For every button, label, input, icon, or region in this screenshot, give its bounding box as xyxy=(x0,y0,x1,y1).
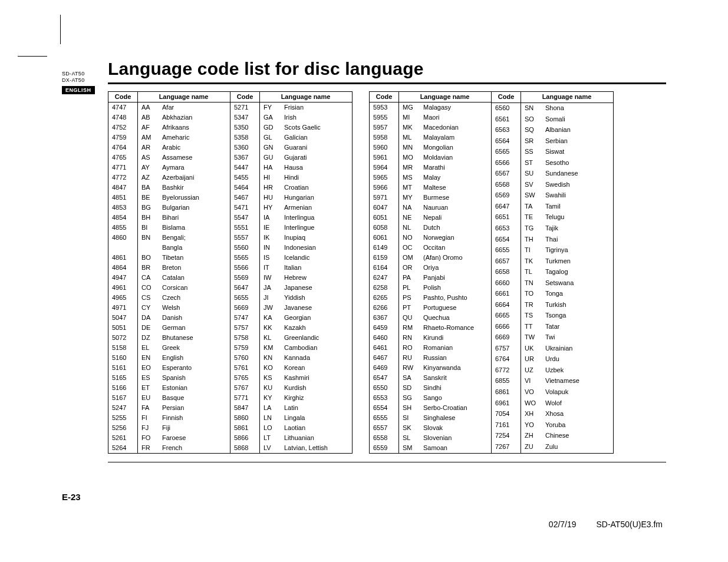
table-row: 5961MOMoldavian xyxy=(370,153,492,163)
cell-iso: DA xyxy=(138,313,159,323)
table-row: 5350GDScots Gaelic xyxy=(230,123,353,133)
cell-code: 6661 xyxy=(492,289,521,300)
cell-name: Urdu xyxy=(542,354,614,365)
cell-iso: GD xyxy=(260,123,281,133)
cell-code: 6568 xyxy=(492,180,521,191)
cell-code: 5051 xyxy=(108,323,138,333)
table-row: 5455HIHindi xyxy=(230,173,353,183)
cell-code: 6550 xyxy=(370,383,399,393)
cell-name: Telugu xyxy=(542,212,614,223)
cell-iso: DE xyxy=(138,323,159,333)
cell-code: 4860 xyxy=(108,233,138,243)
cell-name: Rhaeto-Romance xyxy=(420,323,491,333)
table-row: 6367QUQuechua xyxy=(370,313,492,323)
table-row: 4961COCorsican xyxy=(108,283,230,293)
table-row: 4771AYAymara xyxy=(108,163,230,173)
cell-iso: BN xyxy=(138,233,159,243)
cell-code: 6560 xyxy=(492,103,521,114)
cell-iso: KK xyxy=(260,323,281,333)
table-row: 5347GAIrish xyxy=(230,113,353,123)
cell-code: 5747 xyxy=(230,313,260,323)
cell-name: Yoruba xyxy=(542,420,614,431)
cell-iso: FJ xyxy=(138,423,159,433)
cell-name: Faroese xyxy=(159,433,230,443)
cell-name: Tamil xyxy=(542,201,614,213)
table-row: 5860LNLingala xyxy=(230,413,353,423)
cell-code: 5966 xyxy=(370,183,399,193)
cell-name: Turkmen xyxy=(542,256,614,267)
cell-code: 6558 xyxy=(370,433,399,443)
table-row: 5261FOFaroese xyxy=(108,433,230,443)
cell-iso: TR xyxy=(521,300,542,311)
lang-table: CodeLanguage name5953MGMalagasy5955MIMao… xyxy=(369,91,491,454)
table-row: 6164OROriya xyxy=(370,263,492,273)
cell-iso: YO xyxy=(521,420,542,431)
table-row: 5957MKMacedonian xyxy=(370,123,492,133)
table-row: 6647TATamil xyxy=(492,201,614,213)
cell-code: 5271 xyxy=(230,102,260,113)
table-row: 5757KKKazakh xyxy=(230,323,353,333)
cell-name: Slovak xyxy=(420,423,491,433)
cell-name: Vietnamese xyxy=(542,376,614,387)
cell-iso: SN xyxy=(521,103,542,114)
cell-code: 7267 xyxy=(492,442,521,453)
cell-iso: PS xyxy=(399,293,420,303)
cell-code: 5761 xyxy=(230,363,260,373)
table-row: 6855VIVietnamese xyxy=(492,376,614,387)
cell-code: 5264 xyxy=(108,443,138,454)
cell-code: 5767 xyxy=(230,383,260,393)
cell-iso: SV xyxy=(521,180,542,191)
cell-code: 6164 xyxy=(370,263,399,273)
table-row: 5551IEInterlingue xyxy=(230,223,353,233)
cell-name: Setswana xyxy=(542,278,614,289)
table-row: 6469RWKinyarwanda xyxy=(370,363,492,373)
page-number: E-23 xyxy=(62,492,81,502)
cell-iso: IW xyxy=(260,273,281,283)
cell-iso: SQ xyxy=(521,125,542,136)
table-row: 6566STSesotho xyxy=(492,158,614,169)
table-row: 5966MTMaltese xyxy=(370,183,492,193)
cell-name: Siswat xyxy=(542,147,614,158)
cell-code: 5847 xyxy=(230,403,260,413)
cell-name: Tsonga xyxy=(542,310,614,322)
cell-code: 5557 xyxy=(230,233,260,243)
table-row: 5847LALatin xyxy=(230,403,353,413)
cell-code: 4855 xyxy=(108,223,138,233)
cell-name: Nepali xyxy=(420,213,491,223)
cell-iso: KO xyxy=(260,363,281,373)
table-row: 7161YOYoruba xyxy=(492,420,614,431)
cell-name: Kurdish xyxy=(281,383,353,393)
cell-code: 5655 xyxy=(230,293,260,303)
cell-iso: BO xyxy=(138,253,159,263)
cell-iso: EN xyxy=(138,353,159,363)
cell-iso: LO xyxy=(260,423,281,433)
cell-iso: FR xyxy=(138,443,159,454)
cell-iso: MG xyxy=(399,102,420,113)
table-row: 5247FAPersian xyxy=(108,403,230,413)
page-title: Language code list for disc language xyxy=(108,59,666,79)
table-row: 5256FJFiji xyxy=(108,423,230,433)
table-row: 4971CYWelsh xyxy=(108,303,230,313)
cell-name: Marathi xyxy=(420,163,491,173)
table-row: 5255FIFinnish xyxy=(108,413,230,423)
table-row: 6757UKUkrainian xyxy=(492,343,614,355)
cell-iso: RW xyxy=(399,363,420,373)
cell-code: 5167 xyxy=(108,393,138,403)
cell-iso: HI xyxy=(260,173,281,183)
cell-code: 6047 xyxy=(370,203,399,213)
lang-table: CodeLanguage name6560SNShona6561SOSomali… xyxy=(491,91,614,454)
cell-iso: RU xyxy=(399,353,420,363)
cell-name: Sango xyxy=(420,393,491,403)
cell-code: 6159 xyxy=(370,253,399,263)
cell-code: 6459 xyxy=(370,323,399,333)
cell-name: Welsh xyxy=(159,303,230,313)
cell-code: 4851 xyxy=(108,193,138,203)
cell-iso: BA xyxy=(138,183,159,193)
cell-code: 4965 xyxy=(108,293,138,303)
cell-name: Occitan xyxy=(420,243,491,253)
table-row: 5557IKInupiaq xyxy=(230,233,353,243)
cell-name: Kannada xyxy=(281,353,353,363)
cell-name: Malagasy xyxy=(420,102,491,113)
cell-iso: TK xyxy=(521,256,542,267)
table-row: 4853BGBulgarian xyxy=(108,203,230,213)
